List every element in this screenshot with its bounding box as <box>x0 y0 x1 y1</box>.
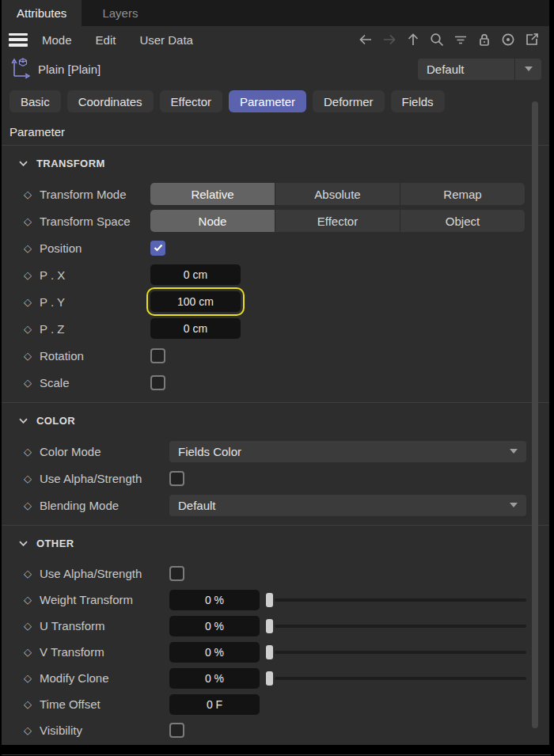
attributes-panel: Attributes Layers Mode Edit User Data <box>2 0 549 745</box>
chevron-down-icon <box>510 449 518 454</box>
weight-transform-input[interactable]: 0 % <box>169 590 260 610</box>
tab-layers[interactable]: Layers <box>82 0 158 26</box>
row-label: P . X <box>40 268 150 282</box>
menu-icon[interactable] <box>9 33 28 47</box>
keyframe-diamond-icon[interactable]: ◇ <box>24 568 40 579</box>
bottom-edge-line <box>2 754 551 755</box>
vertical-scrollbar[interactable] <box>532 101 538 728</box>
blending-mode-dropdown[interactable]: Default <box>169 495 526 516</box>
menu-edit[interactable]: Edit <box>96 33 116 47</box>
keyframe-diamond-icon[interactable]: ◇ <box>24 500 40 511</box>
preset-dropdown-value: Default <box>418 63 514 76</box>
row-label: U Transform <box>40 619 169 633</box>
keyframe-diamond-icon[interactable]: ◇ <box>24 323 40 335</box>
transform-mode-absolute-button[interactable]: Absolute <box>275 183 400 205</box>
scale-checkbox[interactable] <box>150 375 165 390</box>
position-checkbox[interactable] <box>150 241 165 256</box>
section-transform-header[interactable]: TRANSFORM <box>2 146 549 180</box>
keyframe-diamond-icon[interactable]: ◇ <box>24 296 40 308</box>
keyframe-diamond-icon[interactable]: ◇ <box>24 188 40 200</box>
u-transform-input[interactable]: 0 % <box>169 616 260 636</box>
use-alpha-strength-checkbox[interactable] <box>169 566 184 581</box>
v-transform-slider[interactable] <box>266 645 526 659</box>
up-icon[interactable] <box>404 32 421 48</box>
row-label: Use Alpha/Strength <box>40 472 169 485</box>
section-color-header[interactable]: COLOR <box>2 403 549 438</box>
color-mode-dropdown[interactable]: Fields Color <box>169 441 526 462</box>
time-offset-input[interactable]: 0 F <box>169 694 260 715</box>
section-other-header[interactable]: OTHER <box>2 526 549 560</box>
row-label: Visibility <box>40 724 169 737</box>
menu-user-data[interactable]: User Data <box>139 33 193 47</box>
weight-transform-slider[interactable] <box>266 593 526 607</box>
keyframe-diamond-icon[interactable]: ◇ <box>24 215 40 227</box>
keyframe-diamond-icon[interactable]: ◇ <box>24 698 40 710</box>
row-label: Transform Mode <box>40 188 150 201</box>
pz-input[interactable]: 0 cm <box>150 318 241 339</box>
use-alpha-checkbox[interactable] <box>169 471 184 486</box>
transform-space-object-button[interactable]: Object <box>400 210 525 232</box>
keyframe-diamond-icon[interactable]: ◇ <box>24 594 40 606</box>
slider-handle[interactable] <box>266 671 273 686</box>
search-icon[interactable] <box>428 32 445 48</box>
slider-track[interactable] <box>275 677 526 680</box>
row-py: ◇ P . Y 100 cm <box>2 288 549 315</box>
rotation-checkbox[interactable] <box>150 348 165 363</box>
chevron-down-icon[interactable] <box>19 418 28 424</box>
keyframe-diamond-icon[interactable]: ◇ <box>24 672 40 684</box>
popout-icon[interactable] <box>523 32 540 48</box>
row-label: Color Mode <box>40 445 169 458</box>
tab-coordinates[interactable]: Coordinates <box>67 90 154 112</box>
modify-clone-input[interactable]: 0 % <box>169 668 260 689</box>
keyframe-diamond-icon[interactable]: ◇ <box>24 473 40 484</box>
slider-track[interactable] <box>275 625 526 628</box>
chevron-down-icon[interactable] <box>19 161 28 166</box>
chevron-down-icon[interactable] <box>19 541 28 546</box>
preset-dropdown[interactable]: Default <box>418 59 541 80</box>
row-transform-space: ◇ Transform Space Node Effector Object <box>2 207 549 234</box>
row-label: Blending Mode <box>40 499 169 512</box>
tab-deformer[interactable]: Deformer <box>313 90 385 112</box>
row-use-alpha-color: ◇ Use Alpha/Strength <box>2 465 549 492</box>
panel-tabstrip: Attributes Layers <box>2 0 549 26</box>
tab-effector[interactable]: Effector <box>160 90 222 112</box>
row-use-alpha-other: ◇ Use Alpha/Strength <box>2 560 549 587</box>
tab-fields[interactable]: Fields <box>391 90 445 112</box>
keyframe-diamond-icon[interactable]: ◇ <box>24 446 40 458</box>
transform-mode-remap-button[interactable]: Remap <box>400 183 525 205</box>
lock-icon[interactable] <box>476 32 492 48</box>
v-transform-input[interactable]: 0 % <box>169 642 260 663</box>
preset-dropdown-arrow-icon[interactable] <box>515 66 541 71</box>
slider-track[interactable] <box>275 598 526 602</box>
u-transform-slider[interactable] <box>266 619 526 633</box>
slider-handle[interactable] <box>266 593 273 607</box>
keyframe-diamond-icon[interactable]: ◇ <box>24 269 40 281</box>
target-icon[interactable] <box>499 32 516 48</box>
visibility-checkbox[interactable] <box>169 723 184 738</box>
modify-clone-slider[interactable] <box>266 671 526 686</box>
keyframe-diamond-icon[interactable]: ◇ <box>24 620 40 632</box>
keyframe-diamond-icon[interactable]: ◇ <box>24 724 40 736</box>
back-icon[interactable] <box>357 32 374 48</box>
tab-basic[interactable]: Basic <box>9 90 61 112</box>
page-title: Parameter <box>2 118 549 145</box>
slider-handle[interactable] <box>266 619 273 633</box>
transform-mode-relative-button[interactable]: Relative <box>150 183 275 205</box>
color-mode-value: Fields Color <box>178 445 241 458</box>
keyframe-diamond-icon[interactable]: ◇ <box>24 377 40 389</box>
tab-parameter[interactable]: Parameter <box>229 90 306 112</box>
keyframe-diamond-icon[interactable]: ◇ <box>24 646 40 658</box>
transform-space-node-button[interactable]: Node <box>150 210 275 232</box>
filter-icon[interactable] <box>452 32 469 48</box>
px-input[interactable]: 0 cm <box>150 264 241 285</box>
keyframe-diamond-icon[interactable]: ◇ <box>24 242 40 254</box>
slider-track[interactable] <box>275 651 526 654</box>
row-label: Modify Clone <box>40 671 169 685</box>
keyframe-diamond-icon[interactable]: ◇ <box>24 350 40 362</box>
tab-attributes[interactable]: Attributes <box>2 0 82 26</box>
menu-mode[interactable]: Mode <box>42 33 72 47</box>
forward-icon[interactable] <box>381 32 397 48</box>
transform-space-effector-button[interactable]: Effector <box>275 210 400 232</box>
slider-handle[interactable] <box>266 645 273 659</box>
py-input[interactable]: 100 cm <box>150 291 241 312</box>
